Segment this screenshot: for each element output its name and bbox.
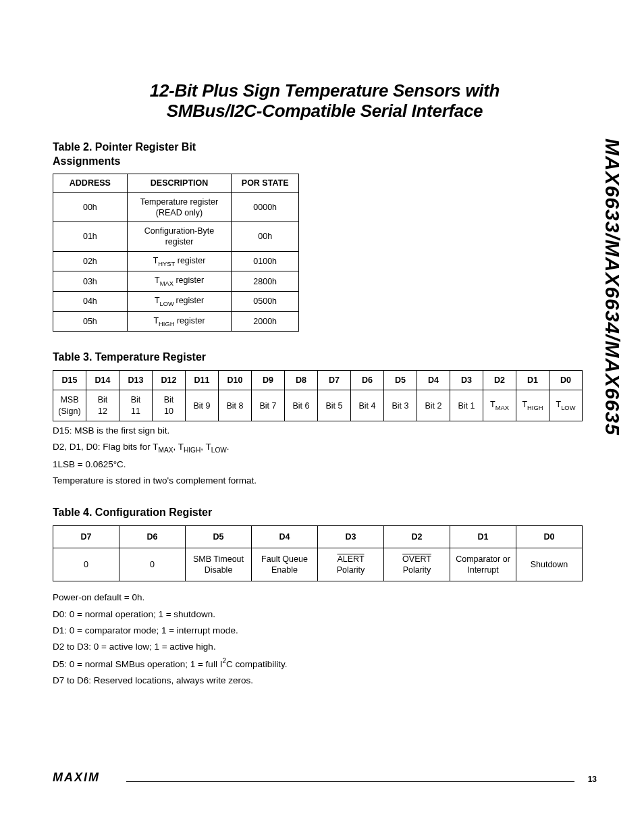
table-row: 01hConfiguration-Byte register00h: [53, 222, 299, 252]
table-row: 03hTMAX register2800h: [53, 271, 299, 292]
svg-text:MAXIM: MAXIM: [53, 771, 100, 783]
table-row: 02hTHYST register0100h: [53, 251, 299, 271]
table2-title: Table 2. Pointer Register Bit Assignment…: [53, 140, 228, 169]
title-line-2: SMBus/I2C-Compatible Serial Interface: [167, 101, 483, 121]
table-row: 0 0 SMB Timeout Disable Fault Queue Enab…: [53, 548, 583, 581]
page-number: 13: [581, 775, 597, 784]
document-title: 12-Bit Plus Sign Temperature Sensors wit…: [53, 81, 597, 122]
table4-title: Table 4. Configuration Register: [53, 506, 583, 520]
title-line-1: 12-Bit Plus Sign Temperature Sensors wit…: [150, 80, 500, 101]
table-header-row: D15D14D13D12 D11D10D9D8 D7D6D5D4 D3D2D1D…: [53, 371, 583, 390]
table-row: 05hTHIGH register2000h: [53, 311, 299, 332]
table3-notes: D15: MSB is the first sign bit. D2, D1, …: [53, 423, 583, 490]
temperature-register-table: D15D14D13D12 D11D10D9D8 D7D6D5D4 D3D2D1D…: [53, 370, 583, 421]
page-footer: MAXIM 13: [53, 777, 597, 787]
pointer-register-table: ADDRESS DESCRIPTION POR STATE 00hTempera…: [53, 174, 299, 332]
table-header-row: ADDRESS DESCRIPTION POR STATE: [53, 174, 299, 192]
maxim-logo: MAXIM: [53, 771, 124, 787]
table4-notes: Power-on default = 0h. D0: 0 = normal op…: [53, 590, 583, 689]
table-header-row: D7D6D5D4 D3D2D1D0: [53, 525, 583, 548]
part-number-sidebar: MAX6633/MAX6634/MAX6635: [601, 138, 624, 436]
table-row: MSB(Sign)Bit12Bit11Bit10 Bit 9Bit 8Bit 7…: [53, 390, 583, 421]
configuration-register-table: D7D6D5D4 D3D2D1D0 0 0 SMB Timeout Disabl…: [53, 525, 583, 582]
table-row: 00hTemperature register (READ only)0000h: [53, 192, 299, 222]
col-description: DESCRIPTION: [127, 174, 232, 192]
col-por-state: POR STATE: [232, 174, 299, 192]
table3-title: Table 3. Temperature Register: [53, 350, 583, 365]
table-row: 04hTLOW register0500h: [53, 292, 299, 312]
col-address: ADDRESS: [53, 174, 128, 192]
